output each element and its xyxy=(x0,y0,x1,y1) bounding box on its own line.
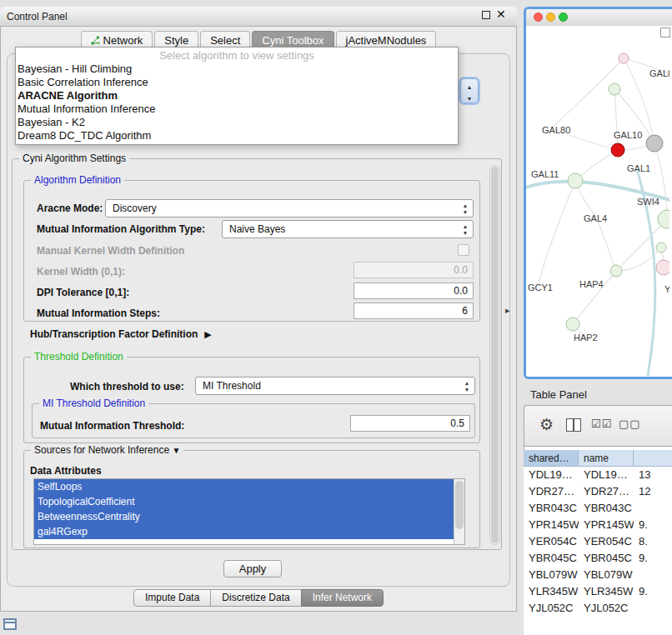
settings-scrollbar-thumb[interactable] xyxy=(491,167,499,543)
table-cell: YBR045C xyxy=(524,550,579,567)
bottom-tab-impute-data[interactable]: Impute Data xyxy=(133,589,211,607)
algorithm-option[interactable]: Dream8 DC_TDC Algorithm xyxy=(16,129,458,142)
deselect-all-icon[interactable]: ▢▢ xyxy=(619,418,641,430)
which-threshold-label: Which threshold to use: xyxy=(70,381,184,392)
table-row[interactable]: YBR045CYBR045C9. xyxy=(524,550,672,567)
which-threshold-select[interactable]: MI Threshold ▲▼ xyxy=(195,377,475,395)
table-toolbar: ⚙ ☑☑ ▢▢ xyxy=(524,405,672,447)
table-cell: 9. xyxy=(634,517,672,533)
table-row[interactable]: YBL079WYBL079W xyxy=(524,567,672,583)
table-body: YDL19…YDL19…13YDR27…YDR27…12YBR043CYBR04… xyxy=(524,467,672,635)
tab-label: jActiveMNodules xyxy=(346,34,427,47)
attribute-list-item[interactable]: BetweennessCentrality xyxy=(34,509,454,524)
collapse-arrow-icon: ▼ xyxy=(172,446,180,455)
zoom-traffic-light[interactable] xyxy=(559,12,568,22)
table-row[interactable]: YJL052CYJL052C xyxy=(524,600,672,617)
mi-steps-input[interactable] xyxy=(354,302,474,319)
tab-cyni-toolbox[interactable]: Cyni Toolbox xyxy=(252,31,333,48)
attribute-list-item[interactable]: SelfLoops xyxy=(34,479,454,494)
table-cell: YDL19… xyxy=(524,467,579,483)
tab-label: Network xyxy=(103,34,143,47)
mi-type-select[interactable]: Naive Bayes ▲▼ xyxy=(222,220,474,238)
network-node[interactable] xyxy=(609,83,620,95)
network-node-label: Y xyxy=(664,284,669,294)
network-node[interactable] xyxy=(658,210,669,228)
mi-threshold-input[interactable] xyxy=(350,415,470,432)
combo-arrows-icon: ▲▼ xyxy=(461,202,469,216)
tab-style[interactable]: Style xyxy=(154,31,198,48)
network-node[interactable] xyxy=(610,265,622,277)
table-cell: YBR043C xyxy=(524,500,579,517)
algorithm-option[interactable]: Bayesian - Hill Climbing xyxy=(16,62,458,76)
network-edge xyxy=(538,181,575,286)
columns-icon[interactable] xyxy=(566,418,581,432)
network-node[interactable] xyxy=(646,135,663,152)
attribute-list-scrollbar[interactable] xyxy=(454,479,464,544)
network-canvas[interactable]: GAL8GAL80GAL10GAL11GAL1SWI4GAL4GCY1HAP4Y… xyxy=(526,26,672,377)
network-node-label: GCY1 xyxy=(528,282,553,292)
float-window-icon[interactable] xyxy=(482,11,490,19)
table-header-cell[interactable] xyxy=(634,450,672,467)
which-threshold-value: MI Threshold xyxy=(203,380,261,392)
attribute-list-scrollbar-thumb[interactable] xyxy=(455,481,464,529)
dpi-tolerance-input[interactable] xyxy=(354,282,474,299)
control-panel-title: Control Panel xyxy=(7,11,68,22)
table-cell: YER054C xyxy=(579,533,634,550)
attribute-list-item[interactable]: gal4RGexp xyxy=(34,524,454,539)
algorithm-definition-legend: Algorithm Definition xyxy=(31,174,124,186)
network-node[interactable] xyxy=(611,143,624,157)
tab-network[interactable]: Network xyxy=(81,31,153,48)
network-node[interactable] xyxy=(656,242,666,252)
table-header-cell[interactable]: shared… xyxy=(524,450,579,467)
network-node-label: GAL4 xyxy=(584,213,607,223)
cyni-settings-legend: Cyni Algorithm Settings xyxy=(19,152,129,164)
tab-label: Select xyxy=(210,34,240,47)
desktop: Control Panel ✕ NetworkStyleSelectCyni T… xyxy=(0,0,672,635)
table-cell: YDL19… xyxy=(579,467,634,483)
tab-select[interactable]: Select xyxy=(200,31,250,48)
select-all-icon[interactable]: ☑☑ xyxy=(591,418,612,430)
birdseye-toggle[interactable] xyxy=(660,28,670,38)
apply-button[interactable]: Apply xyxy=(223,560,282,578)
bottom-tab-discretize-data[interactable]: Discretize Data xyxy=(210,589,301,607)
algorithm-option[interactable]: ARACNE Algorithm xyxy=(16,89,458,102)
table-cell: YBR043C xyxy=(579,500,634,517)
table-row[interactable]: YPR145WYPR145W9. xyxy=(524,517,672,533)
network-window-titlebar[interactable] xyxy=(526,9,672,27)
aracne-mode-value: Discovery xyxy=(113,202,157,214)
algorithm-option[interactable]: Basic Correlation Inference xyxy=(16,76,458,89)
algorithm-combo-button[interactable]: ▲ ▼ xyxy=(460,78,479,103)
gear-icon[interactable]: ⚙ xyxy=(539,415,554,434)
table-cell: 9. xyxy=(634,550,672,567)
network-node[interactable] xyxy=(656,260,669,275)
attribute-list[interactable]: SelfLoopsTopologicalCoefficientBetweenne… xyxy=(33,478,465,545)
table-panel-title: Table Panel xyxy=(530,388,587,401)
attribute-list-item[interactable]: TopologicalCoefficient xyxy=(34,494,454,509)
hub-definition-toggle[interactable]: Hub/Transcription Factor Definition▶ xyxy=(30,328,212,340)
tab-jactivemnodules[interactable]: jActiveMNodules xyxy=(336,31,437,48)
control-panel-titlebar[interactable]: Control Panel xyxy=(0,7,517,27)
algorithm-option[interactable]: Mutual Information Inference xyxy=(16,102,458,116)
settings-scrollbar[interactable] xyxy=(489,165,500,545)
network-node[interactable] xyxy=(566,318,579,331)
network-node[interactable] xyxy=(568,173,583,188)
sources-legend[interactable]: Sources for Network Inference ▼ xyxy=(31,444,183,456)
table-row[interactable]: YER054CYER054C8. xyxy=(524,533,672,550)
table-cell: YPR145W xyxy=(579,517,634,533)
close-traffic-light[interactable] xyxy=(534,12,543,22)
minimized-panel-icon[interactable] xyxy=(3,618,17,630)
algorithm-option[interactable]: Bayesian - K2 xyxy=(16,116,458,129)
aracne-mode-select[interactable]: Discovery ▲▼ xyxy=(105,199,474,218)
table-row[interactable]: YLR345WYLR345W9. xyxy=(524,583,672,600)
table-header-cell[interactable]: name xyxy=(579,450,634,467)
table-row[interactable]: YDR27…YDR27…12 xyxy=(524,483,672,500)
splitter-handle-icon[interactable]: ▸ xyxy=(505,305,510,316)
bottom-tab-infer-network[interactable]: Infer Network xyxy=(301,589,384,607)
table-row[interactable]: YDL19…YDL19…13 xyxy=(524,467,672,483)
close-window-icon[interactable]: ✕ xyxy=(496,8,506,20)
table-row[interactable]: YBR043CYBR043C xyxy=(524,500,672,517)
kernel-width-input xyxy=(354,262,474,278)
minimize-traffic-light[interactable] xyxy=(546,12,555,22)
mi-steps-label: Mutual Information Steps: xyxy=(37,308,160,319)
network-node[interactable] xyxy=(619,53,629,63)
